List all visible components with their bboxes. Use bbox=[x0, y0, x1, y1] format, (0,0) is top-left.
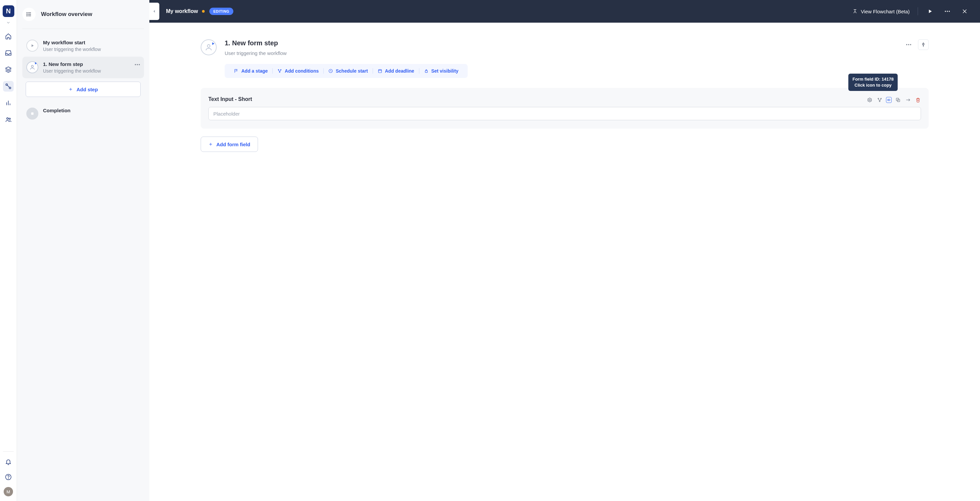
text-input-field[interactable] bbox=[208, 107, 921, 120]
svg-rect-45 bbox=[425, 71, 427, 72]
set-visibility-label: Set visibility bbox=[431, 68, 459, 74]
svg-point-15 bbox=[27, 16, 27, 16]
topbar: My workflow EDITING View Flowchart (Beta… bbox=[150, 0, 980, 23]
add-step-label: Add step bbox=[76, 87, 98, 92]
svg-point-34 bbox=[906, 44, 907, 45]
step-list: My workflow start User triggering the wo… bbox=[22, 29, 144, 124]
more-options-button[interactable] bbox=[942, 6, 953, 17]
user-avatar[interactable]: M bbox=[4, 487, 13, 496]
svg-point-38 bbox=[281, 69, 282, 70]
add-form-field-label: Add form field bbox=[216, 141, 250, 147]
step-header-icon bbox=[200, 39, 217, 55]
close-button[interactable] bbox=[959, 6, 970, 17]
svg-point-17 bbox=[31, 65, 33, 67]
workflow-icon[interactable] bbox=[3, 81, 14, 92]
topbar-divider bbox=[918, 7, 918, 15]
help-icon[interactable] bbox=[3, 472, 14, 482]
layers-icon[interactable] bbox=[3, 64, 14, 75]
add-conditions-button[interactable]: Add conditions bbox=[273, 68, 324, 74]
svg-rect-24 bbox=[31, 113, 33, 115]
step-title: 1. New form step bbox=[43, 61, 101, 67]
step-header: 1. New form step User triggering the wor… bbox=[200, 39, 929, 56]
set-visibility-button[interactable]: Set visibility bbox=[419, 68, 463, 74]
svg-point-27 bbox=[945, 11, 946, 12]
field-branch-icon[interactable] bbox=[876, 96, 883, 104]
unsaved-indicator-icon bbox=[202, 10, 205, 13]
add-deadline-button[interactable]: Add deadline bbox=[373, 68, 419, 74]
collapse-sidebar-button[interactable] bbox=[150, 3, 159, 20]
nav-rail-bottom-group: M bbox=[3, 457, 14, 501]
step-header-title: 1. New form step bbox=[225, 39, 287, 47]
field-toolbar: ID bbox=[866, 96, 922, 104]
svg-point-28 bbox=[947, 11, 948, 12]
step-item-completion[interactable]: Completion bbox=[22, 103, 144, 124]
nav-rail-main-group bbox=[3, 31, 14, 125]
svg-marker-26 bbox=[929, 10, 932, 13]
user-avatar-letter: M bbox=[7, 489, 10, 494]
workflow-title: My workflow bbox=[166, 8, 198, 14]
view-flowchart-button[interactable]: View Flowchart (Beta) bbox=[852, 9, 910, 14]
flag-icon bbox=[234, 69, 239, 73]
form-field-card: Form field ID: 14178 Click icon to copy … bbox=[200, 88, 929, 128]
calendar-icon bbox=[378, 69, 382, 73]
pin-button[interactable] bbox=[918, 39, 929, 50]
canvas: 1. New form step User triggering the wor… bbox=[150, 23, 980, 501]
field-copy-icon[interactable] bbox=[894, 96, 902, 104]
home-icon[interactable] bbox=[3, 31, 14, 42]
sidebar-header: Workflow overview bbox=[22, 0, 144, 29]
svg-point-19 bbox=[135, 64, 136, 65]
add-deadline-label: Add deadline bbox=[385, 68, 414, 74]
inbox-icon[interactable] bbox=[3, 48, 14, 58]
svg-point-9 bbox=[8, 478, 9, 479]
add-form-field-button[interactable]: Add form field bbox=[200, 136, 258, 152]
add-stage-label: Add a stage bbox=[241, 68, 268, 74]
svg-point-37 bbox=[278, 69, 279, 70]
svg-point-14 bbox=[27, 14, 27, 15]
analytics-icon[interactable] bbox=[3, 98, 14, 108]
svg-point-36 bbox=[910, 44, 911, 45]
view-flowchart-label: View Flowchart (Beta) bbox=[861, 9, 910, 14]
chevron-down-icon[interactable] bbox=[6, 20, 11, 25]
field-move-icon[interactable] bbox=[904, 96, 912, 104]
svg-marker-0 bbox=[6, 67, 11, 70]
app-logo[interactable]: N bbox=[3, 5, 14, 17]
svg-point-46 bbox=[869, 99, 870, 101]
schedule-start-button[interactable]: Schedule start bbox=[324, 68, 373, 74]
branch-icon bbox=[277, 69, 282, 73]
sidebar-title: Workflow overview bbox=[41, 11, 92, 17]
step-item-start[interactable]: My workflow start User triggering the wo… bbox=[22, 35, 144, 57]
svg-marker-16 bbox=[32, 44, 33, 47]
user-step-icon bbox=[26, 61, 38, 73]
clock-icon bbox=[328, 69, 333, 73]
field-id-icon[interactable]: ID bbox=[886, 97, 892, 103]
flowchart-icon bbox=[852, 9, 858, 14]
step-title: Completion bbox=[43, 108, 71, 113]
users-icon[interactable] bbox=[3, 114, 14, 125]
bell-icon[interactable] bbox=[3, 457, 14, 467]
svg-point-6 bbox=[7, 117, 8, 119]
field-settings-icon[interactable] bbox=[866, 96, 873, 104]
add-stage-button[interactable]: Add a stage bbox=[229, 68, 273, 74]
svg-point-21 bbox=[138, 64, 140, 65]
svg-point-32 bbox=[207, 44, 210, 47]
play-circle-icon bbox=[26, 40, 38, 52]
step-item-form[interactable]: 1. New form step User triggering the wor… bbox=[22, 57, 144, 78]
svg-rect-41 bbox=[378, 70, 381, 73]
step-more-button[interactable] bbox=[905, 41, 913, 49]
add-step-button[interactable]: Add step bbox=[25, 82, 141, 97]
step-action-bar: Add a stage Add conditions Schedule star… bbox=[225, 64, 468, 78]
field-id-tooltip: Form field ID: 14178 Click icon to copy bbox=[848, 74, 898, 91]
tooltip-line1: Form field ID: 14178 bbox=[852, 77, 894, 82]
svg-point-47 bbox=[878, 98, 879, 99]
main-area: My workflow EDITING View Flowchart (Beta… bbox=[150, 0, 980, 501]
svg-point-35 bbox=[908, 44, 909, 45]
svg-point-7 bbox=[9, 118, 10, 119]
svg-marker-25 bbox=[154, 10, 155, 13]
run-workflow-button[interactable] bbox=[925, 6, 935, 17]
svg-point-39 bbox=[279, 71, 280, 72]
step-more-icon[interactable] bbox=[134, 61, 141, 68]
lock-icon bbox=[424, 69, 429, 73]
field-delete-icon[interactable] bbox=[914, 96, 922, 104]
schedule-start-label: Schedule start bbox=[336, 68, 368, 74]
svg-point-29 bbox=[949, 11, 950, 12]
